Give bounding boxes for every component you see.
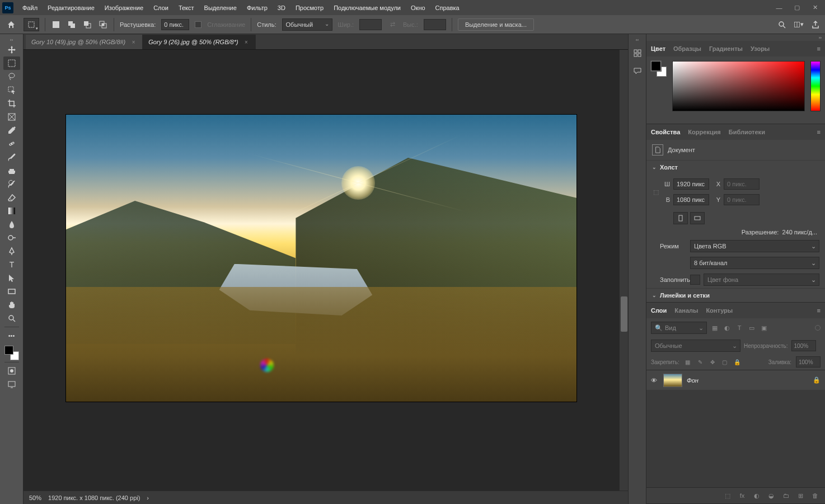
antialias-checkbox[interactable] <box>195 21 201 28</box>
lock-position-icon[interactable]: ✥ <box>709 358 716 366</box>
menu-layers[interactable]: Слои <box>149 2 173 14</box>
link-layers-icon[interactable]: ⬚ <box>723 491 732 500</box>
hand-tool[interactable] <box>3 298 20 312</box>
color-mode-select[interactable]: Цвета RGB <box>690 240 819 252</box>
quickmask-tool[interactable] <box>3 364 20 378</box>
crop-tool[interactable] <box>3 97 20 110</box>
lock-icon[interactable]: 🔒 <box>813 376 821 384</box>
history-panel-icon[interactable] <box>630 45 645 61</box>
color-swatches[interactable] <box>4 346 19 360</box>
tab-libraries[interactable]: Библиотеки <box>729 129 765 135</box>
group-icon[interactable]: 🗀 <box>781 491 790 500</box>
object-select-tool[interactable] <box>3 83 20 97</box>
orientation-landscape-icon[interactable] <box>690 212 705 224</box>
menu-text[interactable]: Текст <box>174 2 199 14</box>
filter-smart-icon[interactable]: ▣ <box>760 323 768 332</box>
filter-shape-icon[interactable]: ▭ <box>747 323 756 332</box>
minimize-button[interactable]: — <box>771 2 787 13</box>
link-wh-icon[interactable]: ⬚ <box>652 183 660 200</box>
select-and-mask-button[interactable]: Выделение и маска... <box>458 18 534 31</box>
screenmode-tool[interactable] <box>3 378 20 391</box>
lock-all-icon[interactable]: 🔒 <box>733 358 741 366</box>
doc-info[interactable]: 1920 пикс. x 1080 пикс. (240 ppi) <box>48 494 140 501</box>
close-icon[interactable]: × <box>243 39 250 45</box>
status-menu-icon[interactable]: › <box>147 494 149 501</box>
canvas-height-input[interactable] <box>673 194 709 205</box>
menu-help[interactable]: Справка <box>431 2 464 14</box>
panel-menu-icon[interactable]: ≡ <box>817 45 821 52</box>
style-select[interactable]: Обычный <box>282 18 332 31</box>
history-brush-tool[interactable] <box>3 177 20 191</box>
lock-artboard-icon[interactable]: ▢ <box>721 358 729 366</box>
menu-filter[interactable]: Фильтр <box>242 2 272 14</box>
clone-stamp-tool[interactable] <box>3 164 20 177</box>
blend-mode-select[interactable]: Обычные <box>651 340 740 352</box>
hue-slider[interactable] <box>810 61 821 111</box>
zoom-tool[interactable] <box>3 312 20 325</box>
close-icon[interactable]: × <box>130 39 137 45</box>
tab-patterns[interactable]: Узоры <box>751 45 770 52</box>
tab-adjustments[interactable]: Коррекция <box>688 129 720 135</box>
filter-toggle[interactable] <box>815 325 821 331</box>
document-canvas[interactable] <box>66 115 576 402</box>
intersect-selection-icon[interactable] <box>98 20 108 30</box>
pen-tool[interactable] <box>3 244 20 258</box>
layer-filter-kind[interactable]: 🔍 Вид <box>651 322 707 334</box>
lock-brush-icon[interactable]: ✎ <box>696 358 704 366</box>
frame-tool[interactable] <box>3 110 20 124</box>
menu-plugins[interactable]: Подключаемые модули <box>329 2 405 14</box>
edit-toolbar-icon[interactable]: ••• <box>3 329 20 342</box>
color-swatch-stack[interactable] <box>651 61 667 119</box>
zoom-level[interactable]: 50% <box>29 494 41 501</box>
visibility-icon[interactable]: 👁 <box>651 377 659 384</box>
tools-collapse[interactable]: ›› <box>0 36 23 43</box>
canvas-x-input[interactable] <box>724 178 760 190</box>
filter-image-icon[interactable]: ▦ <box>710 323 719 332</box>
add-selection-icon[interactable] <box>67 20 77 30</box>
dock-collapse[interactable]: ‹‹ <box>629 36 646 43</box>
close-button[interactable]: ✕ <box>807 2 823 13</box>
scrollbar-thumb[interactable] <box>621 296 627 332</box>
layer-thumbnail[interactable] <box>663 374 682 387</box>
canvas-viewport[interactable] <box>24 50 619 491</box>
rectangle-tool[interactable] <box>3 285 20 298</box>
vertical-scrollbar[interactable] <box>619 50 628 491</box>
healing-tool[interactable] <box>3 137 20 150</box>
feather-input[interactable] <box>161 19 189 30</box>
canvas-y-input[interactable] <box>724 194 760 205</box>
panels-collapse[interactable]: ›› <box>646 34 825 41</box>
blur-tool[interactable] <box>3 218 20 231</box>
search-icon[interactable] <box>777 20 787 30</box>
eraser-tool[interactable] <box>3 191 20 204</box>
menu-edit[interactable]: Редактирование <box>43 2 99 14</box>
tab-channels[interactable]: Каналы <box>674 307 698 314</box>
document-tab[interactable]: Gory 9 (26).jpg @ 50% (RGB/8*) × <box>143 35 255 49</box>
gradient-tool[interactable] <box>3 204 20 218</box>
tab-paths[interactable]: Контуры <box>706 307 733 314</box>
home-button[interactable] <box>4 18 18 31</box>
tool-preset-picker[interactable] <box>24 18 39 31</box>
menu-select[interactable]: Выделение <box>200 2 241 14</box>
menu-3d[interactable]: 3D <box>273 2 290 14</box>
eyedropper-tool[interactable] <box>3 124 20 137</box>
canvas-section-header[interactable]: ⌄Холст <box>646 161 825 174</box>
panel-menu-icon[interactable]: ≡ <box>817 307 821 314</box>
marquee-tool[interactable] <box>3 56 20 70</box>
delete-layer-icon[interactable]: 🗑 <box>810 491 819 500</box>
foreground-swatch[interactable] <box>651 61 661 71</box>
layer-fx-icon[interactable]: fx <box>738 491 747 500</box>
tab-color[interactable]: Цвет <box>651 45 665 52</box>
swap-wh-icon[interactable]: ⇄ <box>387 20 397 30</box>
new-layer-icon[interactable]: ⊞ <box>796 491 805 500</box>
orientation-portrait-icon[interactable] <box>673 212 688 224</box>
layer-mask-icon[interactable]: ◐ <box>752 491 761 500</box>
document-tab[interactable]: Gory 10 (49).jpg @ 50% (RGB/8#) × <box>26 35 143 49</box>
foreground-swatch[interactable] <box>4 346 13 355</box>
filter-type-icon[interactable]: T <box>735 323 744 332</box>
saturation-brightness-field[interactable] <box>672 61 805 111</box>
panel-menu-icon[interactable]: ≡ <box>817 129 821 135</box>
share-icon[interactable] <box>810 20 821 30</box>
maximize-button[interactable]: ▢ <box>789 2 805 13</box>
new-selection-icon[interactable] <box>51 20 61 30</box>
path-select-tool[interactable] <box>3 271 20 285</box>
